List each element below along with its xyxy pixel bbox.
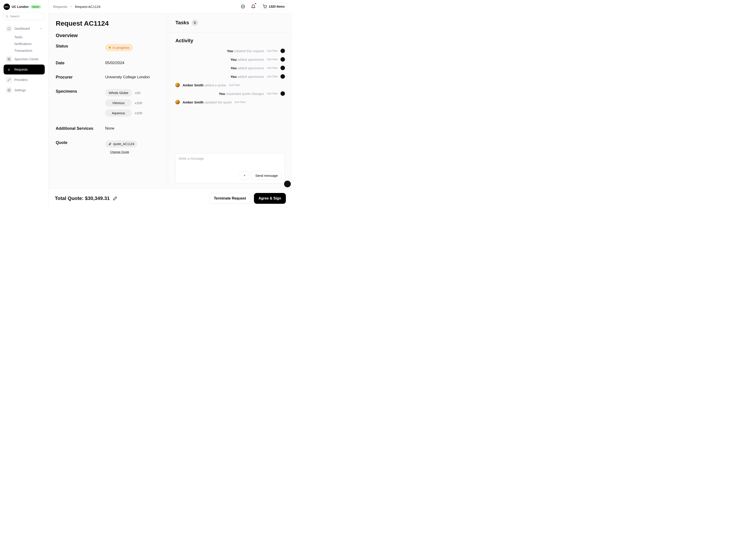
specimen-qty: x100 — [135, 101, 142, 105]
sidebar-item-tasks[interactable]: Tasks — [12, 34, 45, 40]
page-title: Request AC1124 — [56, 20, 161, 27]
specimen-row: Vitreousx100 — [105, 99, 142, 107]
gear-icon — [6, 87, 12, 93]
sidebar-item-label: Requests — [14, 68, 28, 71]
quote-attachment[interactable]: quote_AC1124 — [105, 140, 137, 147]
tasks-count: 0 — [192, 20, 198, 26]
avatar — [280, 66, 285, 70]
activity-text: You added specimens — [231, 75, 264, 79]
chevron-down-icon — [39, 27, 42, 30]
date-label: Date — [56, 61, 105, 66]
procurer-label: Procurer — [56, 75, 105, 80]
activity-time: Just Now — [267, 75, 278, 78]
sidebar-item-label: Settings — [14, 88, 26, 92]
svg-point-11 — [264, 8, 264, 8]
cart-icon — [263, 5, 267, 9]
avatar — [280, 91, 285, 96]
activity-item: You added specimensJust Now — [175, 74, 285, 79]
activity-time: Just Now — [267, 66, 278, 70]
sidebar-item-label: Providers — [14, 78, 28, 81]
sidebar-item-specimen-center[interactable]: Specimen Center — [4, 54, 45, 64]
specimens-list: Whole Globex20Vitreousx100Aqueousx100 — [105, 89, 142, 117]
status-badge: In progress — [105, 44, 133, 51]
right-pane: Tasks 0 Activity You initiated this requ… — [168, 13, 292, 189]
avatar — [284, 181, 291, 188]
check-circle-icon — [241, 4, 245, 9]
sidebar-item-requests[interactable]: Requests — [4, 65, 45, 75]
avatar — [175, 83, 180, 87]
specimens-label: Specimens — [56, 89, 105, 94]
sidebar: UCL UC London Admin Dashboard Tasks — [0, 0, 49, 208]
check-status-button[interactable] — [239, 3, 247, 10]
overview-title: Overview — [56, 32, 161, 38]
avatar — [175, 100, 180, 104]
specimen-chip[interactable]: Aqueous — [105, 109, 132, 117]
edit-quote-button[interactable] — [113, 196, 117, 201]
sidebar-item-label: Specimen Center — [14, 57, 39, 61]
activity-text: You added specimens — [231, 58, 264, 61]
dashboard-submenu: Tasks Notifications Transactions — [4, 34, 45, 54]
svg-rect-4 — [8, 59, 9, 60]
change-quote-link[interactable]: Change Quote — [110, 150, 129, 154]
activity-section: Activity You initiated this requestJust … — [168, 32, 292, 153]
attach-button[interactable] — [240, 171, 249, 180]
activity-item: You initiated this requestJust Now — [175, 49, 285, 53]
activity-item: You requested quote changesJust Now — [175, 91, 285, 96]
compose-box: Send message — [175, 153, 285, 183]
activity-item: You added specimensJust Now — [175, 57, 285, 62]
sidebar-item-notifications[interactable]: Notifications — [12, 41, 45, 47]
specimen-row: Aqueousx100 — [105, 109, 142, 117]
breadcrumb: Requests Request AC1124 — [53, 5, 100, 9]
search-wrap — [4, 13, 45, 20]
grid-icon — [6, 56, 12, 62]
activity-time: Just Now — [229, 83, 240, 86]
avatar — [280, 49, 285, 53]
notifications-button[interactable] — [250, 3, 257, 10]
search-input[interactable] — [4, 13, 45, 20]
cart-count: 1320 items — [268, 5, 285, 8]
total-quote: Total Quote: $30,349.31 — [55, 195, 110, 201]
activity-item: Amber Smith updated the quoteJust Now — [175, 100, 285, 104]
specimen-chip[interactable]: Vitreous — [105, 99, 132, 107]
breadcrumb-current: Request AC1124 — [75, 5, 100, 9]
activity-text: You added specimens — [231, 66, 264, 70]
agree-sign-button[interactable]: Agree & Sign — [254, 193, 286, 204]
svg-point-0 — [6, 15, 8, 17]
bell-icon — [251, 4, 256, 9]
sidebar-item-transactions[interactable]: Transactions — [12, 47, 45, 54]
org-switcher[interactable]: UCL UC London Admin — [4, 4, 45, 10]
sidebar-nav: Dashboard Tasks Notifications Transactio… — [4, 24, 45, 95]
sidebar-item-settings[interactable]: Settings — [4, 85, 45, 95]
breadcrumb-parent[interactable]: Requests — [53, 5, 67, 9]
org-logo: UCL — [4, 4, 10, 10]
activity-time: Just Now — [267, 92, 278, 95]
activity-time: Just Now — [234, 100, 245, 104]
specimen-row: Whole Globex20 — [105, 89, 142, 96]
services-label: Additional Services — [56, 126, 105, 131]
search-icon — [6, 15, 9, 18]
swap-icon — [6, 77, 12, 83]
paperclip-icon — [108, 142, 112, 145]
overview-pane: Request AC1124 Overview Status In progre… — [49, 13, 168, 189]
svg-point-9 — [9, 90, 10, 91]
sidebar-item-label: Dashboard — [14, 27, 30, 30]
content: Request AC1124 Overview Status In progre… — [49, 13, 292, 189]
status-dot-icon — [109, 47, 111, 49]
specimen-qty: x100 — [135, 111, 142, 115]
main: Requests Request AC1124 1320 items — [49, 0, 292, 208]
date-value: 05/02/2024 — [105, 61, 124, 65]
specimen-qty: x20 — [135, 91, 140, 95]
cart-button[interactable]: 1320 items — [260, 3, 288, 10]
activity-text: You requested quote changes — [219, 92, 264, 96]
terminate-button[interactable]: Terminate Request — [209, 193, 251, 204]
role-badge: Admin — [30, 5, 41, 9]
chevron-right-icon — [70, 5, 72, 8]
status-label: Status — [56, 44, 105, 49]
message-input[interactable] — [179, 157, 282, 168]
quote-label: Quote — [56, 140, 105, 145]
sidebar-item-dashboard[interactable]: Dashboard — [4, 24, 45, 33]
org-name: UC London — [12, 5, 28, 9]
send-button[interactable]: Send message — [252, 171, 282, 180]
sidebar-item-providers[interactable]: Providers — [4, 75, 45, 85]
specimen-chip[interactable]: Whole Globe — [105, 89, 132, 96]
